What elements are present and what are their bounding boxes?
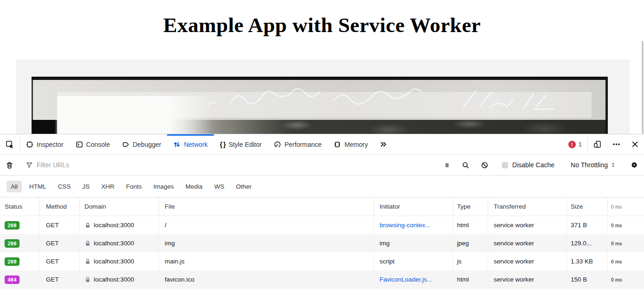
table-header-row: Status Method Domain File Initiator Type… xyxy=(0,197,644,216)
table-row[interactable]: 200 GET localhost:3000 main.js script js… xyxy=(0,252,644,270)
throttling-dropdown[interactable]: No Throttling xyxy=(562,161,624,169)
type-filter-css[interactable]: CSS xyxy=(54,181,75,192)
status-badge: 200 xyxy=(5,257,19,266)
type-filter-fonts[interactable]: Fonts xyxy=(122,181,146,192)
error-count: 1 xyxy=(579,141,582,148)
network-settings-button[interactable] xyxy=(625,161,644,169)
transferred-cell: service worker xyxy=(488,234,567,252)
page-scrollbar[interactable] xyxy=(642,41,644,134)
tab-label: Performance xyxy=(284,141,322,148)
table-row[interactable]: 404 GET localhost:3000 favicon.ico Favic… xyxy=(0,270,644,289)
filter-urls-input[interactable] xyxy=(37,161,438,169)
method-cell: GET xyxy=(39,252,80,270)
requests-table: Status Method Domain File Initiator Type… xyxy=(0,197,644,289)
file-cell: favicon.ico xyxy=(159,270,374,289)
devtools-menu-button[interactable] xyxy=(607,134,626,154)
size-cell: 150 B xyxy=(567,270,608,289)
close-icon xyxy=(631,141,638,148)
initiator-link[interactable]: browsing-contex... xyxy=(380,222,431,229)
block-icon xyxy=(481,161,489,169)
waterfall-cell: 0 ms xyxy=(608,234,644,252)
pause-traffic-button[interactable] xyxy=(438,162,456,169)
tab-label: Console xyxy=(86,141,110,148)
file-cell: img xyxy=(159,234,374,252)
responsive-design-button[interactable] xyxy=(588,134,607,154)
tab-label: Inspector xyxy=(37,141,64,148)
performance-icon xyxy=(274,141,281,148)
column-header-initiator[interactable]: Initiator xyxy=(374,197,453,216)
node-picker-icon xyxy=(6,140,14,149)
tabbar-spacer xyxy=(393,134,563,154)
size-cell: 1.33 KB xyxy=(567,252,608,270)
column-header-type[interactable]: Type xyxy=(453,197,488,216)
method-cell: GET xyxy=(39,234,80,252)
type-filter-images[interactable]: Images xyxy=(149,181,178,192)
close-devtools-button[interactable] xyxy=(626,134,644,154)
size-cell: 371 B xyxy=(567,216,608,234)
domain-cell: localhost:3000 xyxy=(80,234,159,252)
node-picker-button[interactable] xyxy=(0,134,19,154)
tab-label: Network xyxy=(184,141,207,148)
lock-icon xyxy=(84,222,91,229)
domain-text: localhost:3000 xyxy=(94,222,134,229)
photo-image xyxy=(32,77,608,134)
block-requests-button[interactable] xyxy=(475,161,494,169)
tab-inspector[interactable]: Inspector xyxy=(20,134,70,154)
tab-performance[interactable]: Performance xyxy=(268,134,328,154)
tab-console[interactable]: Console xyxy=(70,134,116,154)
size-cell: 129.0... xyxy=(567,234,608,252)
throttling-label: No Throttling xyxy=(571,161,608,169)
file-cell: / xyxy=(159,216,374,234)
type-cell: html xyxy=(453,270,488,289)
console-icon xyxy=(76,141,83,148)
content-panel xyxy=(16,59,630,134)
type-filter-all[interactable]: All xyxy=(6,181,22,192)
transferred-cell: service worker xyxy=(488,252,567,270)
transferred-cell: service worker xyxy=(488,270,567,289)
file-cell: main.js xyxy=(159,252,374,270)
tab-style-editor[interactable]: { } Style Editor xyxy=(214,134,268,154)
network-toolbar: Disable Cache No Throttling xyxy=(0,155,644,176)
column-header-transferred[interactable]: Transferred xyxy=(488,197,567,216)
initiator-cell: script xyxy=(374,252,453,270)
column-header-size[interactable]: Size xyxy=(567,197,608,216)
column-header-domain[interactable]: Domain xyxy=(80,197,159,216)
domain-cell: localhost:3000 xyxy=(80,270,159,289)
initiator-cell: img xyxy=(374,234,453,252)
network-icon xyxy=(173,141,180,148)
tab-label: Debugger xyxy=(133,141,161,148)
page-title: Example App with Service Worker xyxy=(0,13,644,37)
column-header-file[interactable]: File xyxy=(159,197,374,216)
tab-network[interactable]: Network xyxy=(167,134,213,154)
table-body: 200 GET localhost:3000 / browsing-contex… xyxy=(0,216,644,289)
type-filter-media[interactable]: Media xyxy=(181,181,207,192)
more-tabs-button[interactable] xyxy=(374,134,393,154)
tab-debugger[interactable]: Debugger xyxy=(116,134,167,154)
lock-icon xyxy=(84,276,91,283)
photo-frame-edge xyxy=(32,77,608,80)
column-header-status[interactable]: Status xyxy=(0,197,39,216)
lock-icon xyxy=(84,240,91,247)
type-filter-other[interactable]: Other xyxy=(232,181,256,192)
search-button[interactable] xyxy=(456,161,475,169)
table-row[interactable]: 200 GET localhost:3000 img img jpeg serv… xyxy=(0,234,644,252)
column-header-waterfall[interactable]: 0 ms xyxy=(608,197,644,216)
method-cell: GET xyxy=(39,216,80,234)
column-header-method[interactable]: Method xyxy=(39,197,80,216)
tab-memory[interactable]: Memory xyxy=(328,134,374,154)
tab-label: Style Editor xyxy=(229,141,262,148)
waterfall-cell: 0 ms xyxy=(608,216,644,234)
type-filter-xhr[interactable]: XHR xyxy=(97,181,119,192)
clear-requests-button[interactable] xyxy=(0,161,19,169)
initiator-link[interactable]: FaviconLoader.js... xyxy=(380,276,432,283)
filter-url-area xyxy=(19,161,438,169)
type-filter-ws[interactable]: WS xyxy=(210,181,229,192)
status-badge: 404 xyxy=(5,276,19,284)
type-filter-js[interactable]: JS xyxy=(78,181,94,192)
disable-cache-toggle[interactable]: Disable Cache xyxy=(495,161,562,169)
type-filter-html[interactable]: HTML xyxy=(25,181,51,192)
error-count-badge[interactable]: ! 1 xyxy=(563,134,587,154)
search-icon xyxy=(462,161,470,169)
disable-cache-checkbox[interactable] xyxy=(502,162,508,168)
table-row[interactable]: 200 GET localhost:3000 / browsing-contex… xyxy=(0,216,644,234)
